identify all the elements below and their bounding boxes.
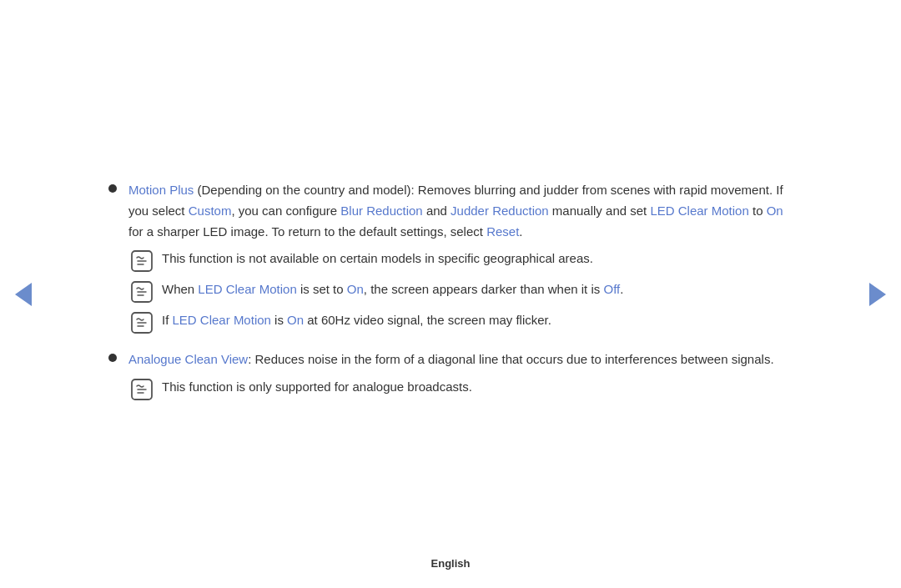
content-area: Motion Plus (Depending on the country an…	[92, 155, 809, 433]
bullet-content-motion-plus: Motion Plus (Depending on the country an…	[128, 180, 793, 334]
note-4-text: This function is only supported for anal…	[162, 377, 793, 398]
led-clear-motion-link3[interactable]: LED Clear Motion	[173, 313, 271, 327]
bullet-dot-2	[108, 354, 117, 362]
reset-link[interactable]: Reset	[486, 224, 519, 239]
bullet-list: Motion Plus (Depending on the country an…	[108, 180, 793, 401]
note-icon-2	[130, 280, 154, 304]
motion-plus-text2: , you can configure	[231, 204, 340, 218]
note-icon-3	[130, 311, 154, 334]
bullet-item-analogue: Analogue Clean View: Reduces noise in th…	[108, 349, 793, 401]
on-link1[interactable]: On	[767, 204, 783, 218]
led-clear-motion-link2[interactable]: LED Clear Motion	[198, 282, 296, 296]
motion-plus-link[interactable]: Motion Plus	[128, 183, 194, 197]
led-clear-motion-link1[interactable]: LED Clear Motion	[650, 204, 748, 218]
off-link[interactable]: Off	[603, 282, 620, 296]
analogue-text: : Reduces noise in the form of a diagona…	[248, 352, 773, 366]
note-1-text: This function is not available on certai…	[162, 249, 793, 269]
analogue-clean-view-link[interactable]: Analogue Clean View	[128, 352, 248, 366]
on-link2[interactable]: On	[347, 282, 364, 296]
nav-arrow-right[interactable]	[869, 283, 886, 306]
on-link3[interactable]: On	[287, 313, 304, 327]
note-4: This function is only supported for anal…	[130, 377, 793, 401]
note-3: If LED Clear Motion is On at 60Hz video …	[130, 310, 793, 334]
custom-link[interactable]: Custom	[189, 204, 232, 218]
footer-language: English	[431, 557, 471, 570]
nav-arrow-left[interactable]	[15, 283, 32, 306]
note-1: This function is not available on certai…	[130, 249, 793, 273]
bullet-dot	[108, 184, 117, 193]
page-container: Motion Plus (Depending on the country an…	[0, 0, 901, 588]
note-icon-1	[130, 249, 154, 273]
motion-plus-text5: to	[749, 204, 767, 218]
motion-plus-text3: and	[423, 204, 450, 218]
note-2-text: When LED Clear Motion is set to On, the …	[162, 279, 793, 300]
note-2: When LED Clear Motion is set to On, the …	[130, 279, 793, 304]
bullet-content-analogue: Analogue Clean View: Reduces noise in th…	[128, 349, 793, 401]
blur-reduction-link[interactable]: Blur Reduction	[340, 204, 422, 218]
judder-reduction-link[interactable]: Judder Reduction	[450, 204, 549, 218]
note-3-text: If LED Clear Motion is On at 60Hz video …	[162, 310, 793, 331]
bullet-item-motion-plus: Motion Plus (Depending on the country an…	[108, 180, 793, 334]
motion-plus-notes: This function is not available on certai…	[128, 249, 793, 334]
motion-plus-text7: .	[519, 224, 522, 239]
motion-plus-text4: manually and set	[549, 204, 651, 218]
analogue-notes: This function is only supported for anal…	[128, 377, 793, 401]
note-icon-4	[130, 378, 154, 401]
motion-plus-text6: for a sharper LED image. To return to th…	[128, 224, 486, 239]
